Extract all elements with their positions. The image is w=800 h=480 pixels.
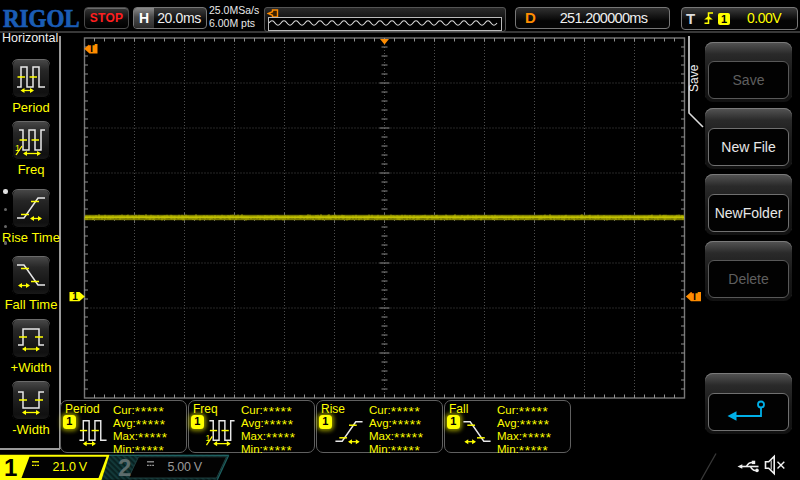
svg-text:T: T xyxy=(88,43,94,54)
svg-text:1: 1 xyxy=(72,291,78,302)
svg-text:21.0 V: 21.0 V xyxy=(53,460,88,474)
svg-text:T: T xyxy=(691,291,697,302)
svg-text:1: 1 xyxy=(4,454,17,480)
svg-text:2: 2 xyxy=(118,454,131,480)
svg-text:5.00 V: 5.00 V xyxy=(168,460,203,474)
